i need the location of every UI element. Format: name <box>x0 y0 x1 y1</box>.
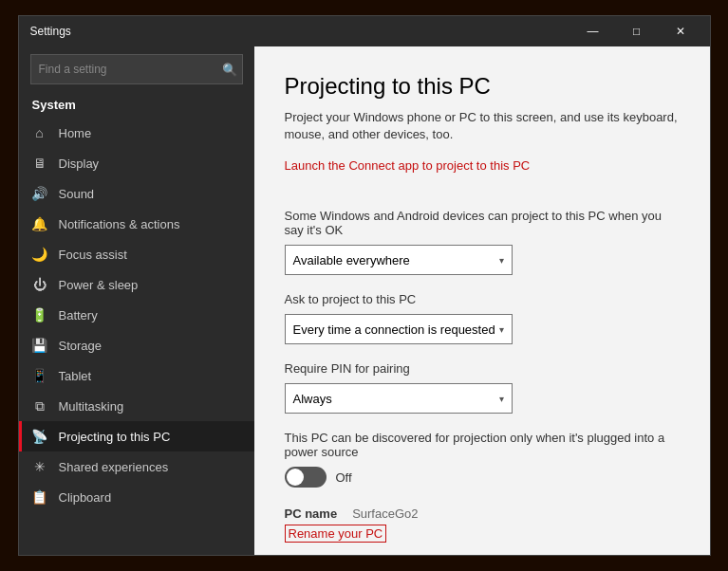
pc-name-section: PC name SurfaceGo2 Rename your PC <box>285 507 680 543</box>
pin-dropdown-value: Always <box>293 392 332 406</box>
toggle-section-label: This PC can be discovered for projection… <box>285 431 680 459</box>
sidebar: 🔍 System ⌂ Home 🖥 Display 🔊 Sound 🔔 Noti… <box>19 46 254 555</box>
home-icon: ⌂ <box>32 125 47 140</box>
search-input[interactable] <box>30 54 243 84</box>
chevron-down-icon: ▾ <box>499 324 504 335</box>
section1-label: Some Windows and Android devices can pro… <box>285 209 680 237</box>
titlebar-controls: — □ ✕ <box>571 16 702 46</box>
sidebar-item-multitasking[interactable]: ⧉ Multitasking <box>19 391 254 421</box>
sidebar-item-label: Clipboard <box>59 490 112 505</box>
launch-connect-link[interactable]: Launch the Connect app to project to thi… <box>285 158 531 173</box>
sidebar-item-label: Home <box>59 126 92 140</box>
availability-dropdown-value: Available everywhere <box>293 253 410 267</box>
sidebar-item-label: Tablet <box>59 369 92 383</box>
ask-project-dropdown-value: Every time a connection is requested <box>293 322 495 337</box>
section2-label: Ask to project to this PC <box>285 292 680 306</box>
display-icon: 🖥 <box>32 156 47 171</box>
availability-dropdown[interactable]: Available everywhere ▾ <box>285 245 513 275</box>
sidebar-item-label: Focus assist <box>59 248 127 262</box>
section3-label: Require PIN for pairing <box>285 361 680 376</box>
pc-name-label: PC name <box>285 507 338 521</box>
settings-window: Settings — □ ✕ 🔍 System ⌂ Home 🖥 Display <box>18 15 711 556</box>
multitasking-icon: ⧉ <box>32 398 47 414</box>
battery-icon: 🔋 <box>32 307 47 322</box>
notifications-icon: 🔔 <box>32 216 47 231</box>
focus-icon: 🌙 <box>32 247 47 262</box>
shared-icon: ✳ <box>32 459 47 474</box>
ask-project-dropdown[interactable]: Every time a connection is requested ▾ <box>285 314 513 344</box>
sidebar-item-shared[interactable]: ✳ Shared experiences <box>19 451 254 482</box>
titlebar: Settings — □ ✕ <box>19 16 710 46</box>
search-container: 🔍 <box>30 54 243 84</box>
search-icon: 🔍 <box>222 63 237 77</box>
close-button[interactable]: ✕ <box>659 16 702 46</box>
sound-icon: 🔊 <box>32 186 47 201</box>
storage-icon: 💾 <box>32 338 47 353</box>
page-title: Projecting to this PC <box>285 73 680 100</box>
tablet-icon: 📱 <box>32 368 47 383</box>
minimize-button[interactable]: — <box>571 16 615 46</box>
maximize-button[interactable]: □ <box>615 16 659 46</box>
sidebar-item-home[interactable]: ⌂ Home <box>19 118 254 148</box>
power-source-toggle[interactable] <box>285 467 327 488</box>
pc-name-row: PC name SurfaceGo2 <box>285 507 680 521</box>
sidebar-item-power[interactable]: ⏻ Power & sleep <box>19 269 254 300</box>
sidebar-item-tablet[interactable]: 📱 Tablet <box>19 360 254 391</box>
sidebar-item-label: Battery <box>59 308 98 322</box>
chevron-down-icon: ▾ <box>499 394 504 404</box>
sidebar-item-sound[interactable]: 🔊 Sound <box>19 178 254 209</box>
power-icon: ⏻ <box>32 277 47 292</box>
sidebar-item-label: Shared experiences <box>59 460 169 474</box>
sidebar-item-label: Projecting to this PC <box>59 430 171 444</box>
sidebar-item-label: Display <box>59 157 100 171</box>
chevron-down-icon: ▾ <box>499 255 504 266</box>
sidebar-item-focus[interactable]: 🌙 Focus assist <box>19 239 254 269</box>
sidebar-item-label: Power & sleep <box>59 278 139 292</box>
toggle-state-label: Off <box>336 470 352 485</box>
main-content: Projecting to this PC Project your Windo… <box>254 46 710 555</box>
sidebar-item-storage[interactable]: 💾 Storage <box>19 330 254 360</box>
toggle-knob <box>287 469 304 486</box>
sidebar-item-projecting[interactable]: 📡 Projecting to this PC <box>19 421 254 451</box>
sidebar-item-notifications[interactable]: 🔔 Notifications & actions <box>19 209 254 239</box>
window-content: 🔍 System ⌂ Home 🖥 Display 🔊 Sound 🔔 Noti… <box>19 46 710 555</box>
clipboard-icon: 📋 <box>32 489 47 505</box>
pc-name-value: SurfaceGo2 <box>352 507 418 521</box>
sidebar-item-clipboard[interactable]: 📋 Clipboard <box>19 482 254 512</box>
projecting-icon: 📡 <box>32 429 47 444</box>
page-description: Project your Windows phone or PC to this… <box>285 109 680 143</box>
sidebar-item-label: Notifications & actions <box>59 217 180 231</box>
pin-dropdown[interactable]: Always ▾ <box>285 383 513 414</box>
sidebar-section-header: System <box>19 92 254 118</box>
sidebar-item-label: Storage <box>59 339 103 353</box>
sidebar-item-label: Sound <box>59 187 95 201</box>
rename-pc-link[interactable]: Rename your PC <box>285 525 387 543</box>
sidebar-item-label: Multitasking <box>59 399 124 414</box>
titlebar-title: Settings <box>30 25 71 38</box>
sidebar-item-battery[interactable]: 🔋 Battery <box>19 300 254 330</box>
sidebar-item-display[interactable]: 🖥 Display <box>19 148 254 178</box>
power-source-toggle-row: Off <box>285 467 680 488</box>
